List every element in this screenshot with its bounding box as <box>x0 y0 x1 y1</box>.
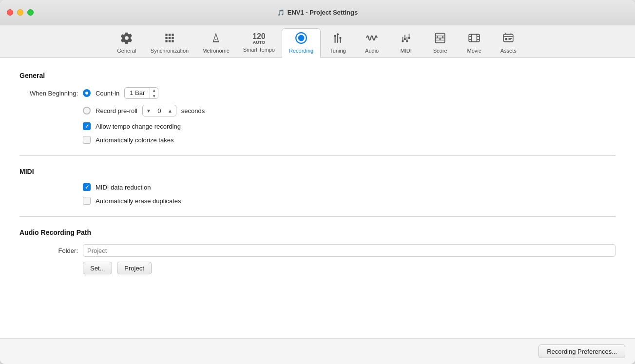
midi-icon <box>400 32 412 46</box>
count-in-up-arrow[interactable]: ▲ <box>150 87 158 93</box>
preroll-row: Record pre-roll ▼ 0 ▲ seconds <box>83 105 616 116</box>
folder-buttons-row: Set... Project <box>83 262 616 274</box>
count-in-arrows: ▲ ▼ <box>150 87 158 99</box>
smart-tempo-icon: 120 AUTO <box>252 33 266 45</box>
erase-duplicates-label: Automatically erase duplicates <box>96 197 181 205</box>
tab-tuning-label: Tuning <box>330 48 346 54</box>
count-in-down-arrow[interactable]: ▼ <box>150 93 158 99</box>
colorize-takes-label: Automatically colorize takes <box>96 136 173 144</box>
minimize-button[interactable] <box>17 9 23 16</box>
preroll-value: 0 <box>154 107 164 115</box>
count-in-value: 1 Bar <box>125 87 150 99</box>
when-beginning-row: When Beginning: Count-in 1 Bar ▲ ▼ <box>19 87 616 99</box>
document-icon: 🎵 <box>277 9 285 16</box>
tab-score-label: Score <box>433 48 447 54</box>
toolbar: General Synchronization Metronome 120 <box>0 25 635 58</box>
divider-2 <box>19 216 616 217</box>
general-section-title: General <box>19 72 616 79</box>
erase-duplicates-row: Automatically erase duplicates <box>83 197 616 205</box>
tab-midi-label: MIDI <box>401 48 412 54</box>
count-in-label: Count-in <box>96 90 119 97</box>
record-icon <box>295 32 308 46</box>
preroll-label: Record pre-roll <box>96 107 137 115</box>
svg-rect-25 <box>505 38 507 40</box>
tab-tuning[interactable]: Tuning <box>321 29 355 57</box>
when-beginning-label: When Beginning: <box>19 90 78 97</box>
svg-point-14 <box>437 36 438 38</box>
tab-assets-label: Assets <box>500 48 517 54</box>
preroll-unit: seconds <box>181 107 205 115</box>
window-title: 🎵 ENV1 - Project Settings <box>277 9 358 16</box>
preroll-down-arrow[interactable]: ▼ <box>145 107 153 115</box>
colorize-takes-checkbox[interactable] <box>83 136 91 144</box>
erase-duplicates-checkbox[interactable] <box>83 197 91 205</box>
folder-input[interactable] <box>83 244 616 257</box>
tab-audio[interactable]: Audio <box>355 29 389 57</box>
title-bar: 🎵 ENV1 - Project Settings <box>0 0 635 25</box>
tab-metronome-label: Metronome <box>202 48 230 54</box>
svg-point-1 <box>298 35 305 41</box>
tab-recording[interactable]: Recording <box>282 28 321 58</box>
midi-reduction-row: MIDI data reduction <box>83 183 616 191</box>
tab-smart-tempo[interactable]: 120 AUTO Smart Tempo <box>236 30 282 57</box>
audio-icon <box>366 32 378 46</box>
tuning-icon <box>331 32 344 46</box>
preroll-up-arrow[interactable]: ▲ <box>166 107 174 115</box>
content-area: General When Beginning: Count-in 1 Bar ▲… <box>0 58 635 338</box>
midi-section-title: MIDI <box>19 168 616 175</box>
maximize-button[interactable] <box>27 9 34 16</box>
tab-midi[interactable]: MIDI <box>389 29 423 57</box>
project-button[interactable]: Project <box>117 262 151 274</box>
score-icon <box>434 32 446 46</box>
allow-tempo-label: Allow tempo change recording <box>96 123 181 130</box>
tab-movie-label: Movie <box>467 48 481 54</box>
tab-synchronization[interactable]: Synchronization <box>144 29 195 57</box>
set-button[interactable]: Set... <box>83 262 112 274</box>
tab-general[interactable]: General <box>110 29 144 57</box>
tab-general-label: General <box>117 48 136 54</box>
metronome-icon <box>210 32 222 46</box>
sync-icon <box>163 32 176 46</box>
divider-1 <box>19 155 616 156</box>
tab-movie[interactable]: Movie <box>457 29 491 57</box>
folder-row: Folder: <box>19 244 616 257</box>
main-window: 🎵 ENV1 - Project Settings General Synchr… <box>0 0 635 364</box>
allow-tempo-row: Allow tempo change recording <box>83 122 616 130</box>
preroll-radio[interactable] <box>83 107 91 115</box>
tab-score[interactable]: Score <box>423 29 457 57</box>
audio-path-section-title: Audio Recording Path <box>19 229 616 236</box>
movie-icon <box>468 32 481 46</box>
colorize-takes-row: Automatically colorize takes <box>83 136 616 144</box>
midi-reduction-label: MIDI data reduction <box>96 184 151 191</box>
gear-icon <box>120 32 133 46</box>
svg-point-16 <box>442 36 443 38</box>
svg-rect-24 <box>503 34 513 41</box>
svg-rect-17 <box>469 34 480 41</box>
traffic-lights <box>7 9 34 16</box>
tab-metronome[interactable]: Metronome <box>195 29 236 57</box>
footer: Recording Preferences... <box>0 338 635 364</box>
tab-assets[interactable]: Assets <box>491 29 525 57</box>
allow-tempo-checkbox[interactable] <box>83 122 91 130</box>
recording-preferences-button[interactable]: Recording Preferences... <box>539 345 625 358</box>
tab-smart-tempo-label: Smart Tempo <box>243 47 275 53</box>
count-in-radio[interactable] <box>83 89 91 97</box>
preroll-stepper[interactable]: ▼ 0 ▲ <box>142 105 176 116</box>
tab-audio-label: Audio <box>365 48 379 54</box>
tab-synchronization-label: Synchronization <box>151 48 189 54</box>
count-in-stepper[interactable]: 1 Bar ▲ ▼ <box>124 87 158 99</box>
assets-icon <box>502 32 515 46</box>
midi-reduction-checkbox[interactable] <box>83 183 91 191</box>
folder-label: Folder: <box>19 247 78 254</box>
svg-point-15 <box>440 38 441 39</box>
tab-recording-label: Recording <box>289 48 313 54</box>
close-button[interactable] <box>7 9 13 16</box>
